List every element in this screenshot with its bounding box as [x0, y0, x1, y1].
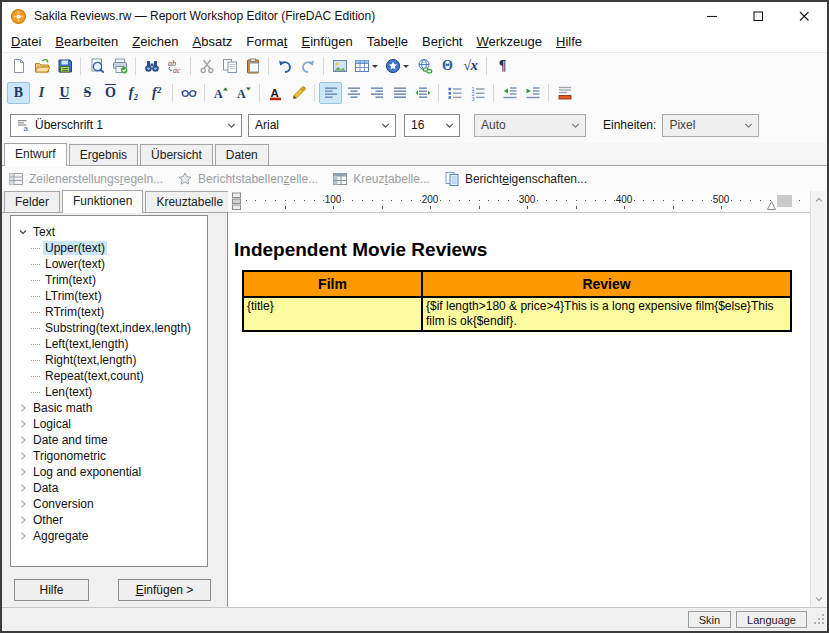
overline-button[interactable]: O: [99, 82, 122, 104]
left-indent-marker[interactable]: [232, 192, 241, 211]
align-right-button[interactable]: [365, 82, 388, 104]
menu-einfugen[interactable]: Einfügen: [294, 32, 359, 51]
table-cell[interactable]: {$if length>180 & price>4}This is a long…: [422, 297, 791, 331]
sidebar-tab-felder[interactable]: Felder: [4, 191, 60, 212]
replace-button[interactable]: abac: [163, 55, 186, 77]
tab-ubersicht[interactable]: Übersicht: [140, 144, 213, 165]
tree-item-aggregate[interactable]: Aggregate: [11, 528, 207, 544]
tree-item-upper-text[interactable]: Upper(text): [11, 240, 207, 256]
scroll-down-icon[interactable]: [811, 590, 828, 607]
insert-symbol-button[interactable]: Θ: [436, 55, 459, 77]
highlight-color-button[interactable]: [287, 82, 310, 104]
tree-item-len-text[interactable]: Len(text): [11, 384, 207, 400]
open-file-button[interactable]: [30, 55, 53, 77]
font-size-combo[interactable]: 16: [404, 114, 460, 137]
undo-button[interactable]: [273, 55, 296, 77]
cut-button[interactable]: [195, 55, 218, 77]
bold-button[interactable]: B: [7, 82, 30, 104]
paragraph-style-combo[interactable]: a Überschrift 1: [10, 114, 242, 137]
menu-absatz[interactable]: Absatz: [186, 32, 240, 51]
copy-button[interactable]: [218, 55, 241, 77]
minimize-button[interactable]: [689, 2, 735, 30]
font-color-button[interactable]: A: [264, 82, 287, 104]
insert-image-button[interactable]: [328, 55, 351, 77]
menu-werkzeuge[interactable]: Werkzeuge: [469, 32, 549, 51]
report-table[interactable]: FilmReview{title}{$if length>180 & price…: [242, 270, 792, 332]
horizontal-ruler[interactable]: 100200300400500: [228, 191, 810, 213]
menu-format[interactable]: Format: [239, 32, 294, 51]
strikethrough-button[interactable]: S: [76, 82, 99, 104]
menu-datei[interactable]: Datei: [4, 32, 48, 51]
tree-item-left-text-length[interactable]: Left(text,length): [11, 336, 207, 352]
save-file-button[interactable]: [53, 55, 76, 77]
language-button[interactable]: Language: [736, 611, 807, 628]
tab-ergebnis[interactable]: Ergebnis: [69, 144, 138, 165]
tree-item-rtrim-text[interactable]: RTrim(text): [11, 304, 207, 320]
tree-item-logical[interactable]: Logical: [11, 416, 207, 432]
vertical-scrollbar[interactable]: [810, 191, 827, 607]
italic-button[interactable]: I: [30, 82, 53, 104]
paste-button[interactable]: [241, 55, 264, 77]
numbered-list-button[interactable]: 123: [466, 82, 489, 104]
tab-daten[interactable]: Daten: [215, 144, 269, 165]
menu-bericht[interactable]: Bericht: [415, 32, 469, 51]
table-header-review[interactable]: Review: [422, 271, 791, 297]
menu-zeichen[interactable]: Zeichen: [125, 32, 185, 51]
decrease-indent-button[interactable]: [498, 82, 521, 104]
table-header-film[interactable]: Film: [243, 271, 422, 297]
print-button[interactable]: [108, 55, 131, 77]
document-page[interactable]: Independent Movie Reviews FilmReview{tit…: [228, 213, 810, 607]
menu-tabelle[interactable]: Tabelle: [360, 32, 415, 51]
new-document-button[interactable]: [7, 55, 30, 77]
tree-item-data[interactable]: Data: [11, 480, 207, 496]
formatting-marks-button[interactable]: ¶: [491, 55, 514, 77]
tree-item-basic-math[interactable]: Basic math: [11, 400, 207, 416]
berichtstabellenzelle-button[interactable]: Berichtstabellenzelle...: [177, 171, 318, 187]
font-name-combo[interactable]: Arial: [248, 114, 396, 137]
tree-item-date-and-time[interactable]: Date and time: [11, 432, 207, 448]
superscript-button[interactable]: f²: [145, 82, 168, 104]
kreuztabelle-button[interactable]: Kreuztabelle...: [332, 171, 430, 187]
tree-item-other[interactable]: Other: [11, 512, 207, 528]
subscript-button[interactable]: f₂: [122, 82, 145, 104]
sidebar-tab-funktionen[interactable]: Funktionen: [62, 190, 143, 213]
increase-indent-button[interactable]: [521, 82, 544, 104]
align-justify-button[interactable]: [388, 82, 411, 104]
document-heading[interactable]: Independent Movie Reviews: [234, 239, 810, 261]
tree-item-trigonometric[interactable]: Trigonometric: [11, 448, 207, 464]
letter-pairs-button[interactable]: [177, 82, 200, 104]
menu-hilfe[interactable]: Hilfe: [549, 32, 589, 51]
insert-hyperlink-button[interactable]: [413, 55, 436, 77]
sidebar-tab-kreuztabelle[interactable]: Kreuztabelle: [145, 191, 234, 212]
tree-item-conversion[interactable]: Conversion: [11, 496, 207, 512]
font-color-combo[interactable]: Auto: [474, 114, 586, 137]
tree-item-trim-text[interactable]: Trim(text): [11, 272, 207, 288]
maximize-button[interactable]: [735, 2, 781, 30]
right-indent-marker[interactable]: [767, 201, 776, 210]
table-cell[interactable]: {title}: [243, 297, 422, 331]
scroll-up-icon[interactable]: [811, 191, 828, 208]
tree-item-text[interactable]: Text: [11, 224, 207, 240]
insert-formula-button[interactable]: √x: [459, 55, 482, 77]
menu-bearbeiten[interactable]: Bearbeiten: [48, 32, 125, 51]
tree-item-ltrim-text[interactable]: LTrim(text): [11, 288, 207, 304]
underline-button[interactable]: U: [53, 82, 76, 104]
print-preview-button[interactable]: [85, 55, 108, 77]
close-button[interactable]: [781, 2, 827, 30]
fit-width-button[interactable]: [411, 82, 434, 104]
find-button[interactable]: [140, 55, 163, 77]
align-left-button[interactable]: [319, 82, 342, 104]
shrink-font-button[interactable]: A: [232, 82, 255, 104]
insert-table-button[interactable]: [351, 55, 382, 77]
help-button[interactable]: Hilfe: [14, 579, 89, 601]
tree-item-lower-text[interactable]: Lower(text): [11, 256, 207, 272]
tree-item-repeat-text-count[interactable]: Repeat(text,count): [11, 368, 207, 384]
bullet-list-button[interactable]: [443, 82, 466, 104]
resize-grip-icon[interactable]: [814, 611, 825, 629]
tree-item-right-text-length[interactable]: Right(text,length): [11, 352, 207, 368]
tab-entwurf[interactable]: Entwurf: [4, 143, 67, 166]
skin-button[interactable]: Skin: [688, 611, 731, 628]
berichteigenschaften-button[interactable]: Berichteigenschaften...: [444, 171, 587, 187]
tree-item-substring-text-index-length[interactable]: Substring(text,index,length): [11, 320, 207, 336]
insert-field-button[interactable]: [382, 55, 413, 77]
